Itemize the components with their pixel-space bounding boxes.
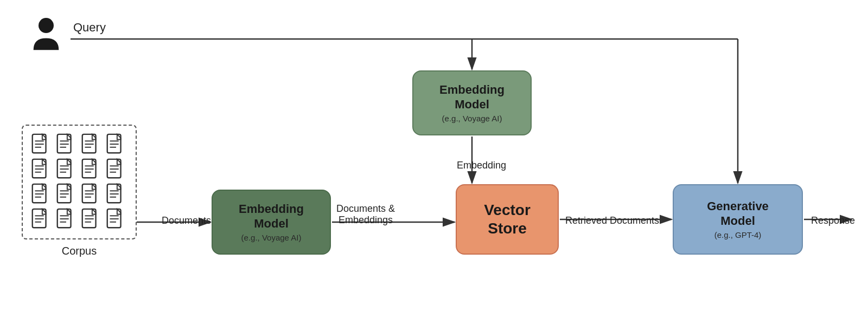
corpus-section: Corpus [22,125,137,257]
embedding-model-bottom-box: Embedding Model (e.g., Voyage AI) [212,190,331,255]
vector-store-title-line2: Store [488,219,527,238]
user-icon [27,16,65,54]
doc-icon [55,158,76,181]
doc-icon [80,208,101,231]
doc-icon [30,208,51,231]
embedding-model-top-subtitle: (e.g., Voyage AI) [442,114,502,123]
query-label: Query [73,21,106,35]
embedding-model-top-title-line1: Embedding [439,83,505,97]
generative-model-subtitle: (e.g., GPT-4) [714,230,762,239]
vector-store-box: Vector Store [456,184,559,255]
doc-icon [80,133,101,156]
generative-model-title-line2: Model [720,214,755,228]
embedding-label: Embedding [457,160,506,171]
doc-icon [55,208,76,231]
doc-icon [30,133,51,156]
diagram-container: Query Corpus Documents Documents & Embe [0,0,868,331]
doc-icon [30,158,51,181]
embedding-model-bottom-subtitle: (e.g., Voyage AI) [241,233,302,242]
doc-icon [80,158,101,181]
doc-icon [30,183,51,206]
embedding-model-top-title-line2: Model [455,98,489,112]
doc-icon [55,183,76,206]
embedding-model-bottom-title-line1: Embedding [239,202,304,216]
doc-icon [80,183,101,206]
embedding-model-top-box: Embedding Model (e.g., Voyage AI) [412,70,532,135]
corpus-box [22,125,137,239]
response-label: Response [811,215,855,226]
doc-icon [105,183,126,206]
svg-point-9 [39,18,54,33]
vector-store-title-line1: Vector [484,201,531,219]
doc-icon [105,133,126,156]
doc-icon [105,208,126,231]
doc-icon [105,158,126,181]
generative-model-title-line1: Generative [707,199,769,213]
retrieved-docs-label: Retrieved Documents [565,215,659,226]
embedding-model-bottom-title-line2: Model [254,217,289,231]
generative-model-box: Generative Model (e.g., GPT-4) [673,184,803,255]
doc-icon [55,133,76,156]
user-section [27,16,65,54]
docs-embeddings-label: Documents & Embeddings [336,203,395,226]
corpus-label: Corpus [62,245,97,257]
documents-label: Documents [162,215,211,226]
